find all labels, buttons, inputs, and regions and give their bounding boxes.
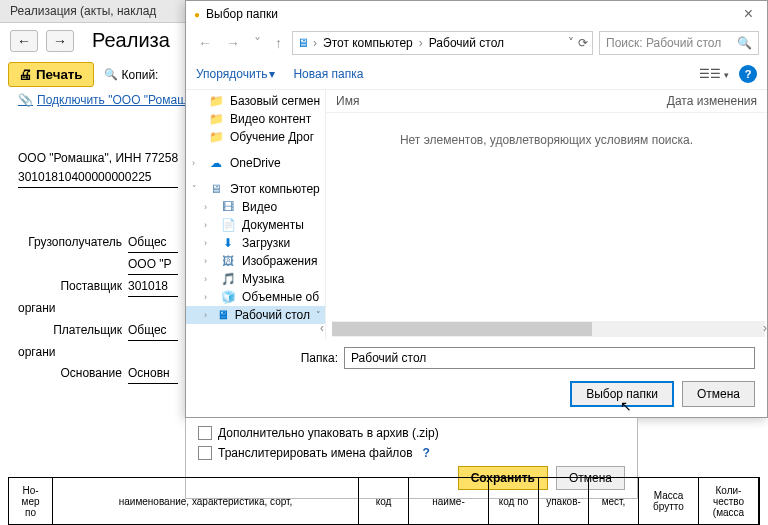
empty-message: Нет элементов, удовлетворяющих условиям … [326, 113, 767, 321]
folder-icon: 📁 [208, 130, 224, 144]
org-name: ООО "Ромашка", ИНН 77258 [18, 151, 178, 165]
consignee-label: Грузополучатель [18, 233, 128, 252]
file-list-area: ‹› Имя Дата изменения Нет элементов, удо… [326, 90, 767, 339]
dialog-title: Выбор папки [206, 7, 278, 21]
translit-label: Транслитерировать имена файлов [218, 446, 413, 460]
col-mass: Массабрутто [639, 478, 699, 524]
col-inpack: упаков- [539, 478, 589, 524]
nav-fwd-icon[interactable]: → [222, 35, 244, 51]
crumb-desktop[interactable]: Рабочий стол [427, 36, 506, 50]
tree-documents[interactable]: ›📄Документы [186, 216, 325, 234]
select-folder-button[interactable]: Выбор папки [570, 381, 674, 407]
pc-icon: 🖥 [208, 182, 224, 196]
folder-picker-dialog: ● Выбор папки × ← → ˅ ↑ 🖥 › Этот компьют… [185, 0, 768, 418]
col-name[interactable]: Имя [336, 94, 667, 108]
desktop-icon: 🖥 [217, 308, 229, 322]
zip-checkbox[interactable] [198, 426, 212, 440]
video-icon: 🎞 [220, 200, 236, 214]
crumb-thispc[interactable]: Этот компьютер [321, 36, 415, 50]
pictures-icon: 🖼 [220, 254, 236, 268]
col-code: код [359, 478, 409, 524]
folder-name-input[interactable] [344, 347, 755, 369]
documents-icon: 📄 [220, 218, 236, 232]
payer-value: Общес [128, 321, 178, 341]
consignee-value: Общес [128, 233, 178, 253]
payer-label: Плательщик [18, 321, 128, 340]
basis-label: Основание [18, 364, 128, 383]
page-title: Реализа [92, 29, 170, 52]
folder-icon: 📁 [208, 94, 224, 108]
search-input[interactable]: Поиск: Рабочий стол 🔍 [599, 31, 759, 55]
dialog-footer: Папка: Выбор папки Отмена [186, 339, 767, 417]
col-qty: Коли-чество(масса [699, 478, 759, 524]
list-header[interactable]: Имя Дата изменения [326, 90, 767, 113]
zip-label: Дополнительно упаковать в архив (.zip) [218, 426, 439, 440]
folder-name-label: Папка: [198, 351, 338, 365]
folder-icon: 📁 [208, 112, 224, 126]
col-places: мест, [589, 478, 639, 524]
col-pack-code: код по [489, 478, 539, 524]
copies-label[interactable]: Копий: [104, 68, 159, 82]
expand-icon[interactable]: › [192, 158, 202, 168]
refresh-icon[interactable]: ⟳ [578, 36, 588, 50]
org-block: ООО "Ромашка", ИНН 77258 301018104000000… [18, 149, 178, 188]
nav-back-button[interactable]: ← [10, 30, 38, 52]
objects3d-icon: 🧊 [220, 290, 236, 304]
address-row: ← → ˅ ↑ 🖥 › Этот компьютер › Рабочий сто… [186, 27, 767, 59]
nav-back-icon[interactable]: ← [194, 35, 216, 51]
org-account: 30101810400000000225 [18, 170, 151, 184]
tree-hscrollbar[interactable]: ‹› [332, 321, 765, 337]
nav-up-icon[interactable]: ↑ [271, 35, 286, 51]
col-pack-name: наиме- [409, 478, 489, 524]
organize-menu[interactable]: Упорядочить ▾ [196, 67, 275, 81]
search-placeholder: Поиск: Рабочий стол [606, 36, 721, 50]
supplier-label: Поставщик [18, 277, 128, 296]
folder-tree[interactable]: 📁Базовый сегмен 📁Видео контент 📁Обучение… [186, 90, 326, 339]
dialog-titlebar[interactable]: ● Выбор папки × [186, 1, 767, 27]
address-bar[interactable]: 🖥 › Этот компьютер › Рабочий стол ˅⟳ [292, 31, 593, 55]
help-icon[interactable]: ? [423, 446, 430, 460]
tree-video[interactable]: ›🎞Видео [186, 198, 325, 216]
tree-pictures[interactable]: ›🖼Изображения [186, 252, 325, 270]
recent-dropdown-icon[interactable]: ˅ [250, 35, 265, 51]
translit-checkbox[interactable] [198, 446, 212, 460]
help-icon[interactable]: ? [739, 65, 757, 83]
music-icon: 🎵 [220, 272, 236, 286]
tree-quick1[interactable]: 📁Базовый сегмен [186, 92, 325, 110]
tree-onedrive[interactable]: ›☁OneDrive [186, 154, 325, 172]
col-number: Но-мерпо [9, 478, 53, 524]
basis-value: Основн [128, 364, 178, 384]
search-icon: 🔍 [737, 36, 752, 50]
tree-thispc[interactable]: ˅🖥Этот компьютер [186, 180, 325, 198]
supplier-prefix: ООО "Р [128, 255, 178, 275]
nav-fwd-button[interactable]: → [46, 30, 74, 52]
tree-desktop[interactable]: ›🖥Рабочий стол˅ [186, 306, 325, 324]
dialog-toolbar: Упорядочить ▾ Новая папка ☰☰ ? [186, 59, 767, 90]
close-icon[interactable]: × [738, 5, 759, 23]
addr-drop-icon[interactable]: ˅ [568, 36, 574, 50]
pc-icon: 🖥 [297, 36, 309, 50]
new-folder-button[interactable]: Новая папка [293, 67, 363, 81]
tree-downloads[interactable]: ›⬇Загрузки [186, 234, 325, 252]
view-mode-button[interactable]: ☰☰ [699, 67, 729, 81]
tree-3dobjects[interactable]: ›🧊Объемные об [186, 288, 325, 306]
collapse-icon[interactable]: ˅ [192, 184, 202, 194]
supplier-value: 301018 [128, 277, 178, 297]
tree-music[interactable]: ›🎵Музыка [186, 270, 325, 288]
print-button[interactable]: Печать [8, 62, 94, 87]
tree-quick2[interactable]: 📁Видео контент [186, 110, 325, 128]
col-date[interactable]: Дата изменения [667, 94, 757, 108]
invoice-table-header: Но-мерпо наименование, характеристика, с… [8, 477, 760, 525]
col-name: наименование, характеристика, сорт, [53, 478, 359, 524]
cancel-button[interactable]: Отмена [682, 381, 755, 407]
tree-quick3[interactable]: 📁Обучение Дрог [186, 128, 325, 146]
onedrive-icon: ☁ [208, 156, 224, 170]
downloads-icon: ⬇ [220, 236, 236, 250]
dialog-icon: ● [194, 9, 200, 20]
